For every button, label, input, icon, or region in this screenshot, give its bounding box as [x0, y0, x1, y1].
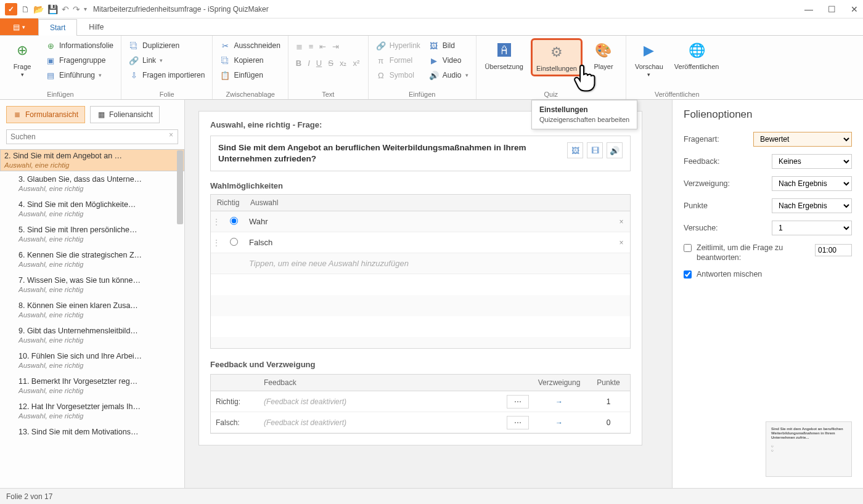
question-list-item[interactable]: 13. Sind Sie mit dem Motivations…: [0, 424, 184, 442]
audio-button[interactable]: 🔊Audio ▾: [427, 69, 471, 81]
formularansicht-button[interactable]: ≣ Formularansicht: [6, 106, 85, 123]
choice-row[interactable]: ⋮Wahr×: [211, 211, 630, 232]
bullets-icon[interactable]: ≣: [296, 42, 303, 51]
search-input[interactable]: [6, 129, 178, 144]
fragengruppe-button[interactable]: ▣Fragengruppe: [43, 54, 116, 67]
duplizieren-button[interactable]: ⿻Duplizieren: [126, 39, 207, 52]
frage-button[interactable]: ⊕ Frage▾: [5, 38, 39, 80]
strike-icon[interactable]: S: [328, 59, 333, 68]
drag-handle-icon[interactable]: ⋮: [211, 217, 222, 226]
add-video-button[interactable]: 🎞: [587, 142, 603, 158]
question-list-item[interactable]: 12. Hat Ihr Vorgesetzter jemals Ih…Auswa…: [0, 399, 184, 424]
delete-choice-icon[interactable]: ×: [613, 238, 630, 247]
player-button[interactable]: 🎨 Player: [586, 38, 621, 73]
file-tab[interactable]: ▤ ▾: [0, 18, 38, 35]
tab-start[interactable]: Start: [38, 19, 77, 36]
link-button[interactable]: 🔗Link ▾: [126, 54, 207, 67]
correct-radio[interactable]: [230, 217, 238, 225]
outdent-icon[interactable]: ⇤: [319, 42, 326, 51]
add-image-button[interactable]: 🖼: [567, 142, 583, 158]
maximize-button[interactable]: ☐: [828, 4, 836, 14]
branch-select[interactable]: Nach Ergebnis: [772, 176, 852, 191]
question-list-item[interactable]: 11. Bemerkt Ihr Vorgesetzter reg…Auswahl…: [0, 373, 184, 399]
subscript-icon[interactable]: x₂: [340, 59, 347, 68]
redo-icon[interactable]: ↷: [73, 4, 80, 14]
hyperlink-button[interactable]: 🔗Hyperlink: [374, 39, 423, 52]
fb-more-button[interactable]: ⋯: [507, 416, 529, 429]
undo-icon[interactable]: ↶: [62, 4, 69, 14]
informationsfolie-button[interactable]: ⊕Informationsfolie: [43, 39, 116, 52]
kopieren-button[interactable]: ⿻Kopieren: [218, 54, 282, 67]
question-list-item[interactable]: 6. Kennen Sie die strategischen Z…Auswah…: [0, 247, 184, 272]
ausschneiden-button[interactable]: ✂Ausschneiden: [218, 39, 282, 52]
formel-button[interactable]: πFormel: [374, 54, 423, 67]
uebersetzung-button[interactable]: 🅰 Übersetzung: [481, 38, 527, 73]
veroeffentlichen-button[interactable]: 🌐 Veröffentlichen: [671, 38, 723, 73]
superscript-icon[interactable]: x²: [353, 59, 359, 68]
question-list-item[interactable]: 8. Können Sie einen klaren Zusa…Auswahl,…: [0, 298, 184, 323]
add-choice-row[interactable]: Tippen, um eine neue Auswahl hinzuzufüge…: [211, 253, 630, 274]
feedback-select[interactable]: Keines: [772, 154, 852, 169]
ribbon-group-publish: ▶ Vorschau▾ 🌐 Veröffentlichen Veröffentl…: [626, 36, 727, 99]
attempts-select[interactable]: 1: [772, 221, 852, 235]
qtype-select[interactable]: Bewertet: [753, 132, 852, 147]
question-list-item[interactable]: 9. Gibt das Unternehmensleitbild…Auswahl…: [0, 323, 184, 348]
open-icon[interactable]: 📂: [33, 4, 44, 14]
fb-row-text[interactable]: (Feedback ist deaktiviert): [259, 397, 504, 406]
fb-col-points: Punkte: [587, 375, 630, 391]
save-icon[interactable]: 💾: [47, 4, 58, 14]
question-list[interactable]: 2. Sind Sie mit dem Angebot an …Auswahl,…: [0, 149, 184, 488]
drag-handle-icon[interactable]: ⋮: [211, 238, 222, 247]
einstellungen-button[interactable]: ⚙ Einstellungen: [531, 38, 583, 76]
correct-radio[interactable]: [230, 238, 238, 246]
slide-preview[interactable]: Sind Sie mit dem Angebot an beruflichen …: [766, 421, 852, 477]
numbering-icon[interactable]: ≡: [309, 42, 314, 51]
indent-icon[interactable]: ⇥: [332, 42, 339, 51]
clear-search-icon[interactable]: ×: [169, 131, 173, 139]
shuffle-checkbox[interactable]: [684, 270, 692, 278]
italic-icon[interactable]: I: [308, 59, 310, 68]
question-list-item[interactable]: 2. Sind Sie mit dem Angebot an …Auswahl,…: [0, 149, 184, 171]
question-list-item[interactable]: 7. Wissen Sie, was Sie tun könne…Auswahl…: [0, 272, 184, 298]
status-bar: Folie 2 von 17: [0, 488, 863, 504]
einfuehrung-button[interactable]: ▤Einführung ▾: [43, 69, 116, 81]
ribbon-group-insert2: 🔗Hyperlink πFormel ΩSymbol 🖼Bild ▶Video …: [369, 36, 476, 99]
question-list-item[interactable]: 3. Glauben Sie, dass das Unterne…Auswahl…: [0, 171, 184, 197]
symbol-button[interactable]: ΩSymbol: [374, 69, 423, 81]
delete-choice-icon[interactable]: ×: [613, 217, 630, 226]
close-button[interactable]: ✕: [851, 4, 858, 14]
qat-dropdown-icon[interactable]: ▾: [84, 6, 87, 12]
fb-branch-icon[interactable]: →: [531, 397, 587, 406]
underline-icon[interactable]: U: [316, 59, 322, 68]
bild-button[interactable]: 🖼Bild: [427, 39, 471, 52]
fb-points[interactable]: 0: [587, 418, 630, 427]
question-list-item[interactable]: 5. Sind Sie mit Ihren persönliche…Auswah…: [0, 222, 184, 247]
tab-help[interactable]: Hilfe: [77, 18, 115, 35]
choice-row[interactable]: ⋮Falsch×: [211, 232, 630, 253]
minimize-button[interactable]: —: [804, 4, 813, 14]
add-audio-button[interactable]: 🔊: [607, 142, 623, 158]
choice-text[interactable]: Falsch: [245, 238, 613, 247]
timelimit-input[interactable]: [815, 244, 852, 256]
fragen-importieren-button[interactable]: ⇩Fragen importieren: [126, 69, 207, 81]
einfuegen-button[interactable]: 📋Einfügen: [218, 69, 282, 81]
question-text[interactable]: Sind Sie mit dem Angebot an beruflichen …: [218, 142, 562, 165]
choice-text[interactable]: Wahr: [245, 217, 613, 226]
scrollbar-thumb[interactable]: [177, 150, 183, 224]
points-select[interactable]: Nach Ergebnis: [772, 198, 852, 213]
plus-page-icon: ⊕: [12, 41, 32, 60]
new-icon[interactable]: 🗋: [21, 4, 30, 14]
vorschau-button[interactable]: ▶ Vorschau▾: [631, 38, 667, 80]
folienansicht-button[interactable]: ▦ Folienansicht: [90, 106, 160, 123]
video-button[interactable]: ▶Video: [427, 54, 471, 67]
bold-icon[interactable]: B: [296, 59, 301, 68]
fb-points[interactable]: 1: [587, 397, 630, 406]
question-list-item[interactable]: 4. Sind Sie mit den Möglichkeite…Auswahl…: [0, 197, 184, 222]
fb-branch-icon[interactable]: →: [531, 418, 587, 427]
fb-more-button[interactable]: ⋯: [507, 395, 529, 408]
question-list-item[interactable]: 10. Fühlen Sie sich und Ihre Arbei…Auswa…: [0, 348, 184, 373]
question-box[interactable]: Sind Sie mit dem Angebot an beruflichen …: [210, 136, 631, 171]
timelimit-checkbox[interactable]: [684, 244, 692, 252]
image-icon: 🖼: [429, 41, 439, 51]
fb-row-text[interactable]: (Feedback ist deaktiviert): [259, 418, 504, 427]
